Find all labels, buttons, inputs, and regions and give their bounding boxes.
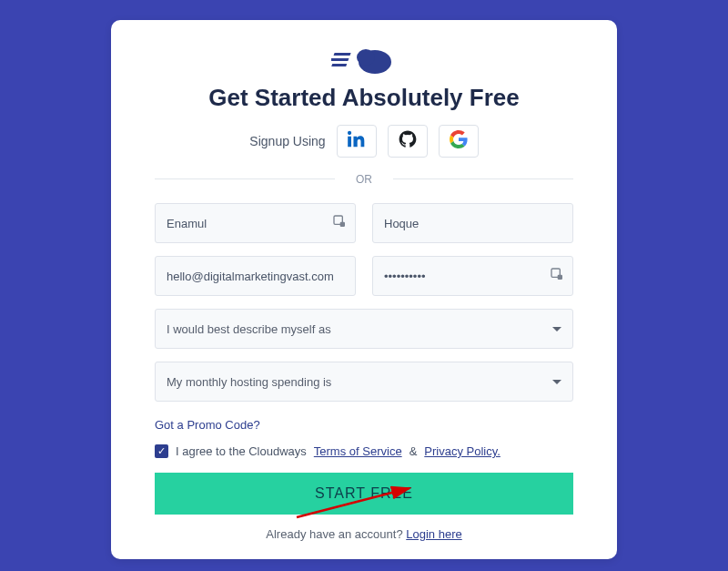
signup-card: Get Started Absolutely Free Signup Using… <box>111 20 617 559</box>
or-divider: OR <box>155 170 573 187</box>
page-title: Get Started Absolutely Free <box>155 84 573 112</box>
agree-row: ✓ I agree to the Cloudways Terms of Serv… <box>155 444 573 458</box>
svg-point-1 <box>357 49 375 66</box>
spending-select-label: My monthly hosting spending is <box>167 375 331 389</box>
password-field <box>372 256 573 296</box>
agree-prefix: I agree to the Cloudways <box>176 444 307 458</box>
email-input[interactable] <box>155 256 356 296</box>
github-icon <box>399 130 417 152</box>
social-label: Signup Using <box>249 134 325 148</box>
linkedin-icon <box>348 130 366 152</box>
divider-text: OR <box>347 173 381 186</box>
spending-select-row: My monthly hosting spending is <box>155 362 573 402</box>
email-field <box>155 256 356 296</box>
password-input[interactable] <box>372 256 573 296</box>
login-link[interactable]: Login here <box>406 527 461 541</box>
start-free-button[interactable]: START FREE <box>155 473 573 515</box>
chevron-down-icon <box>552 380 561 384</box>
social-signup-row: Signup Using <box>155 125 573 158</box>
describe-select-label: I would best describe myself as <box>167 322 331 336</box>
describe-select[interactable]: I would best describe myself as <box>155 309 573 349</box>
credentials-row <box>155 256 573 296</box>
google-button[interactable] <box>439 125 479 158</box>
linkedin-button[interactable] <box>337 125 377 158</box>
ampersand: & <box>410 444 418 458</box>
name-row <box>155 203 573 243</box>
describe-select-row: I would best describe myself as <box>155 309 573 349</box>
terms-link[interactable]: Terms of Service <box>314 444 402 458</box>
privacy-link[interactable]: Privacy Policy. <box>424 444 500 458</box>
first-name-input[interactable] <box>155 203 356 243</box>
last-name-input[interactable] <box>372 203 573 243</box>
last-name-field <box>372 203 573 243</box>
agree-checkbox[interactable]: ✓ <box>155 444 168 458</box>
logo-wrap <box>155 42 573 76</box>
first-name-field <box>155 203 356 243</box>
svg-rect-4 <box>331 64 347 66</box>
login-prefix: Already have an account? <box>266 527 402 541</box>
spending-select[interactable]: My monthly hosting spending is <box>155 362 573 402</box>
login-row: Already have an account? Login here <box>155 527 573 541</box>
google-icon <box>450 130 468 152</box>
svg-rect-2 <box>334 53 351 56</box>
check-icon: ✓ <box>157 446 166 456</box>
github-button[interactable] <box>388 125 428 158</box>
chevron-down-icon <box>552 327 561 331</box>
cloud-logo-icon <box>331 42 397 76</box>
svg-rect-3 <box>331 58 349 61</box>
promo-code-link[interactable]: Got a Promo Code? <box>155 418 260 432</box>
